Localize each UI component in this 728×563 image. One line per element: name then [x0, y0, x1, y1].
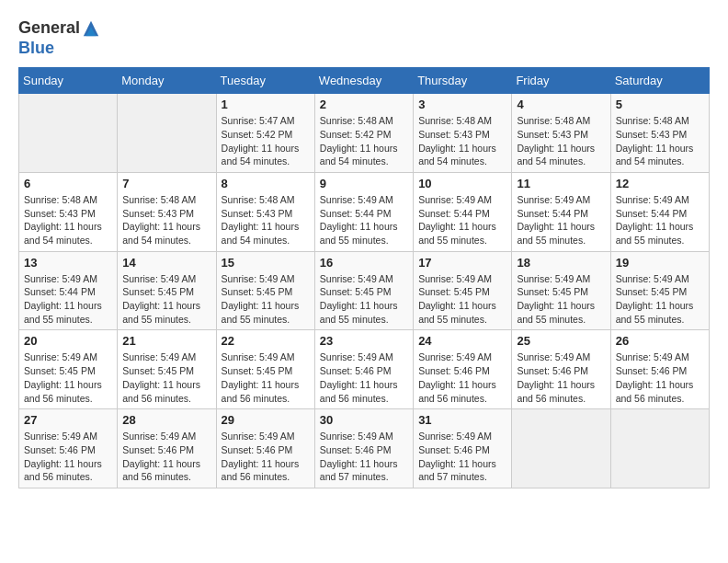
calendar-cell: 17Sunrise: 5:49 AMSunset: 5:45 PMDayligh… [414, 251, 512, 330]
day-number: 26 [616, 334, 704, 348]
day-number: 22 [222, 334, 310, 348]
day-detail: Sunrise: 5:49 AMSunset: 5:45 PMDaylight:… [418, 272, 506, 327]
calendar-cell: 19Sunrise: 5:49 AMSunset: 5:45 PMDayligh… [610, 251, 709, 330]
day-number: 31 [418, 413, 506, 427]
day-number: 9 [320, 177, 408, 190]
calendar-cell: 11Sunrise: 5:49 AMSunset: 5:44 PMDayligh… [512, 172, 610, 251]
day-detail: Sunrise: 5:49 AMSunset: 5:45 PMDaylight:… [616, 272, 704, 327]
day-detail: Sunrise: 5:49 AMSunset: 5:46 PMDaylight:… [517, 350, 605, 405]
weekday-header-row: SundayMondayTuesdayWednesdayThursdayFrid… [19, 68, 710, 94]
logo: General Blue [18, 18, 100, 58]
calendar-week-row: 13Sunrise: 5:49 AMSunset: 5:44 PMDayligh… [19, 251, 710, 330]
day-number: 27 [24, 413, 112, 427]
calendar-cell: 31Sunrise: 5:49 AMSunset: 5:46 PMDayligh… [414, 409, 512, 488]
calendar-cell [610, 409, 709, 488]
day-detail: Sunrise: 5:49 AMSunset: 5:46 PMDaylight:… [418, 430, 506, 484]
calendar-cell: 3Sunrise: 5:48 AMSunset: 5:43 PMDaylight… [414, 94, 512, 173]
day-number: 3 [418, 98, 506, 111]
day-number: 25 [517, 334, 605, 348]
day-detail: Sunrise: 5:48 AMSunset: 5:43 PMDaylight:… [616, 114, 704, 168]
weekday-header: Wednesday [314, 68, 413, 94]
day-detail: Sunrise: 5:49 AMSunset: 5:46 PMDaylight:… [320, 430, 408, 484]
weekday-header: Sunday [19, 68, 118, 94]
calendar-cell: 27Sunrise: 5:49 AMSunset: 5:46 PMDayligh… [19, 409, 118, 488]
calendar-cell: 22Sunrise: 5:49 AMSunset: 5:45 PMDayligh… [216, 330, 314, 409]
day-detail: Sunrise: 5:49 AMSunset: 5:45 PMDaylight:… [122, 350, 210, 405]
day-number: 28 [122, 413, 210, 427]
day-detail: Sunrise: 5:49 AMSunset: 5:44 PMDaylight:… [517, 193, 605, 247]
calendar-week-row: 20Sunrise: 5:49 AMSunset: 5:45 PMDayligh… [19, 330, 710, 409]
day-detail: Sunrise: 5:48 AMSunset: 5:43 PMDaylight:… [517, 114, 605, 168]
weekday-header: Friday [512, 68, 610, 94]
day-number: 24 [418, 334, 506, 348]
logo-text-blue: Blue [18, 39, 54, 57]
calendar-cell: 15Sunrise: 5:49 AMSunset: 5:45 PMDayligh… [216, 251, 314, 330]
calendar-cell [118, 94, 216, 173]
day-detail: Sunrise: 5:48 AMSunset: 5:43 PMDaylight:… [222, 193, 310, 247]
day-number: 14 [122, 256, 210, 270]
calendar-table: SundayMondayTuesdayWednesdayThursdayFrid… [18, 67, 710, 488]
calendar-cell: 24Sunrise: 5:49 AMSunset: 5:46 PMDayligh… [414, 330, 512, 409]
calendar-cell: 20Sunrise: 5:49 AMSunset: 5:45 PMDayligh… [19, 330, 118, 409]
day-detail: Sunrise: 5:49 AMSunset: 5:46 PMDaylight:… [24, 430, 112, 484]
day-number: 11 [517, 177, 605, 190]
calendar-cell: 9Sunrise: 5:49 AMSunset: 5:44 PMDaylight… [314, 172, 413, 251]
day-number: 10 [418, 177, 506, 190]
day-detail: Sunrise: 5:48 AMSunset: 5:43 PMDaylight:… [418, 114, 506, 168]
day-detail: Sunrise: 5:49 AMSunset: 5:46 PMDaylight:… [418, 350, 506, 405]
day-number: 29 [222, 413, 310, 427]
day-number: 1 [222, 98, 310, 111]
page-header: General Blue [18, 18, 710, 58]
calendar-cell: 18Sunrise: 5:49 AMSunset: 5:45 PMDayligh… [512, 251, 610, 330]
day-number: 30 [320, 413, 408, 427]
day-detail: Sunrise: 5:47 AMSunset: 5:42 PMDaylight:… [222, 114, 310, 168]
day-number: 23 [320, 334, 408, 348]
calendar-cell: 23Sunrise: 5:49 AMSunset: 5:46 PMDayligh… [314, 330, 413, 409]
calendar-cell: 14Sunrise: 5:49 AMSunset: 5:45 PMDayligh… [118, 251, 216, 330]
day-number: 21 [122, 334, 210, 348]
day-detail: Sunrise: 5:49 AMSunset: 5:46 PMDaylight:… [616, 350, 704, 405]
day-detail: Sunrise: 5:49 AMSunset: 5:46 PMDaylight:… [320, 350, 408, 405]
day-number: 6 [24, 177, 112, 190]
calendar-cell [19, 94, 118, 173]
calendar-cell: 16Sunrise: 5:49 AMSunset: 5:45 PMDayligh… [314, 251, 413, 330]
day-detail: Sunrise: 5:48 AMSunset: 5:43 PMDaylight:… [122, 193, 210, 247]
day-number: 16 [320, 256, 408, 270]
weekday-header: Saturday [610, 68, 709, 94]
day-number: 12 [616, 177, 704, 190]
calendar-week-row: 6Sunrise: 5:48 AMSunset: 5:43 PMDaylight… [19, 172, 710, 251]
calendar-cell: 13Sunrise: 5:49 AMSunset: 5:44 PMDayligh… [19, 251, 118, 330]
day-detail: Sunrise: 5:49 AMSunset: 5:46 PMDaylight:… [122, 430, 210, 484]
calendar-cell: 8Sunrise: 5:48 AMSunset: 5:43 PMDaylight… [216, 172, 314, 251]
logo-text-general: General [18, 18, 80, 39]
calendar-cell: 2Sunrise: 5:48 AMSunset: 5:42 PMDaylight… [314, 94, 413, 173]
day-detail: Sunrise: 5:49 AMSunset: 5:45 PMDaylight:… [320, 272, 408, 327]
day-number: 7 [122, 177, 210, 190]
day-detail: Sunrise: 5:48 AMSunset: 5:43 PMDaylight:… [24, 193, 112, 247]
day-detail: Sunrise: 5:49 AMSunset: 5:44 PMDaylight:… [418, 193, 506, 247]
calendar-cell: 30Sunrise: 5:49 AMSunset: 5:46 PMDayligh… [314, 409, 413, 488]
logo-icon [82, 19, 100, 38]
day-detail: Sunrise: 5:49 AMSunset: 5:45 PMDaylight:… [517, 272, 605, 327]
weekday-header: Tuesday [216, 68, 314, 94]
day-detail: Sunrise: 5:49 AMSunset: 5:46 PMDaylight:… [222, 430, 310, 484]
calendar-cell [512, 409, 610, 488]
day-detail: Sunrise: 5:49 AMSunset: 5:45 PMDaylight:… [222, 350, 310, 405]
calendar-cell: 29Sunrise: 5:49 AMSunset: 5:46 PMDayligh… [216, 409, 314, 488]
day-number: 2 [320, 98, 408, 111]
day-number: 15 [222, 256, 310, 270]
day-detail: Sunrise: 5:49 AMSunset: 5:44 PMDaylight:… [24, 272, 112, 327]
day-number: 8 [222, 177, 310, 190]
day-number: 13 [24, 256, 112, 270]
calendar-week-row: 1Sunrise: 5:47 AMSunset: 5:42 PMDaylight… [19, 94, 710, 173]
day-detail: Sunrise: 5:49 AMSunset: 5:45 PMDaylight:… [222, 272, 310, 327]
day-detail: Sunrise: 5:49 AMSunset: 5:44 PMDaylight:… [320, 193, 408, 247]
weekday-header: Monday [118, 68, 216, 94]
calendar-week-row: 27Sunrise: 5:49 AMSunset: 5:46 PMDayligh… [19, 409, 710, 488]
calendar-cell: 21Sunrise: 5:49 AMSunset: 5:45 PMDayligh… [118, 330, 216, 409]
calendar-cell: 4Sunrise: 5:48 AMSunset: 5:43 PMDaylight… [512, 94, 610, 173]
calendar-cell: 28Sunrise: 5:49 AMSunset: 5:46 PMDayligh… [118, 409, 216, 488]
day-number: 4 [517, 98, 605, 111]
calendar-cell: 12Sunrise: 5:49 AMSunset: 5:44 PMDayligh… [610, 172, 709, 251]
calendar-cell: 10Sunrise: 5:49 AMSunset: 5:44 PMDayligh… [414, 172, 512, 251]
